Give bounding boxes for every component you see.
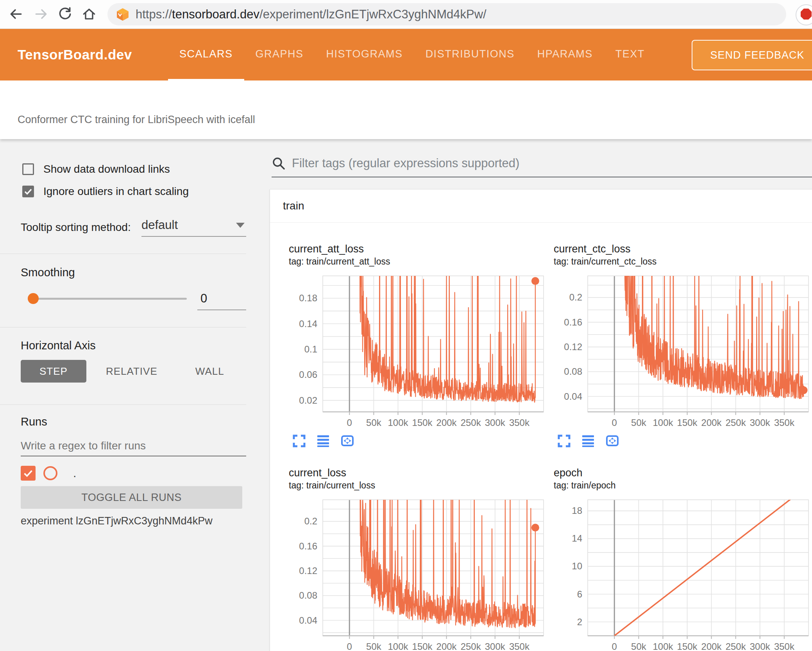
- run-checkbox[interactable]: [21, 466, 36, 481]
- sidebar-divider: [0, 254, 246, 254]
- axis-option-step[interactable]: STEP: [21, 360, 86, 383]
- refresh-button[interactable]: [57, 6, 73, 22]
- tab-histograms[interactable]: HISTOGRAMS: [315, 29, 414, 80]
- run-name: .: [73, 467, 76, 480]
- chart-card-current_att_loss: current_att_losstag: train/current_att_l…: [270, 223, 535, 447]
- x-tick-label: 300k: [485, 641, 506, 651]
- toggle-all-runs-button[interactable]: TOGGLE ALL RUNS: [21, 486, 242, 509]
- axis-option-relative[interactable]: RELATIVE: [97, 360, 167, 383]
- log-scale-lines-icon[interactable]: [581, 434, 595, 448]
- y-tick-label: 0.04: [564, 391, 582, 402]
- settings-sidebar: Show data download links Ignore outliers…: [0, 139, 254, 651]
- ignore-outliers-checkbox[interactable]: [22, 186, 34, 197]
- show-download-checkbox[interactable]: [22, 163, 34, 175]
- chart-plot-current_loss[interactable]: 0.040.080.120.160.2050k100k150k200k250k3…: [289, 492, 547, 651]
- home-button[interactable]: [81, 6, 97, 22]
- tensorboard-favicon-icon: [116, 8, 129, 21]
- y-tick-label: 0.14: [299, 318, 317, 329]
- x-tick-label: 200k: [701, 641, 722, 651]
- x-tick-label: 50k: [631, 641, 647, 651]
- y-tick-label: 0.08: [564, 366, 582, 377]
- y-tick-label: 0.1: [304, 344, 317, 354]
- y-tick-label: 0.16: [564, 317, 582, 327]
- refresh-icon: [57, 7, 72, 21]
- tab-graphs[interactable]: GRAPHS: [244, 29, 315, 80]
- check-icon: [24, 187, 32, 196]
- slider-track[interactable]: [33, 298, 187, 300]
- check-icon: [23, 468, 33, 478]
- x-tick-label: 50k: [366, 417, 382, 428]
- forward-button[interactable]: [34, 6, 49, 22]
- tooltip-sorting-select[interactable]: default: [141, 214, 246, 237]
- tab-distributions[interactable]: DISTRIBUTIONS: [414, 29, 526, 80]
- y-tick-label: 0.12: [564, 342, 582, 352]
- x-tick-label: 150k: [412, 417, 433, 428]
- smoothing-slider[interactable]: [21, 291, 193, 306]
- browser-chrome: https://tensorboard.dev/experiment/lzGnE…: [0, 0, 812, 29]
- address-bar[interactable]: https://tensorboard.dev/experiment/lzGnE…: [107, 3, 786, 25]
- x-tick-label: 0: [612, 641, 617, 651]
- url-text: https://tensorboard.dev/experiment/lzGnE…: [136, 7, 486, 21]
- chart-tag: tag: train/epoch: [554, 480, 800, 492]
- app-header: TensorBoard.dev SCALARSGRAPHSHISTOGRAMSD…: [0, 29, 812, 80]
- back-arrow-icon: [8, 7, 23, 21]
- axis-labels: 26101418050k100k150k200k250k300k350k: [572, 505, 795, 651]
- tab-hparams[interactable]: HPARAMS: [526, 29, 604, 80]
- search-icon: [272, 156, 286, 170]
- chart-plot-current_att_loss[interactable]: 0.020.060.10.140.18050k100k150k200k250k3…: [289, 268, 547, 429]
- runs-filter-input[interactable]: [21, 436, 246, 456]
- x-tick-label: 150k: [677, 417, 698, 428]
- browser-profile-avatar[interactable]: [796, 4, 812, 25]
- tooltip-sorting-label: Tooltip sorting method:: [21, 221, 131, 233]
- fit-domain-icon[interactable]: [340, 434, 354, 448]
- back-button[interactable]: [8, 6, 23, 22]
- fullscreen-icon[interactable]: [292, 434, 306, 448]
- chart-toolbar: [557, 434, 800, 448]
- x-tick-label: 350k: [509, 641, 530, 651]
- y-tick-label: 0.2: [569, 292, 582, 302]
- section-train[interactable]: train: [270, 190, 812, 223]
- axis-option-wall[interactable]: WALL: [177, 360, 243, 383]
- ignore-outliers-label: Ignore outliers in chart scaling: [43, 185, 189, 198]
- chart-tag: tag: train/current_loss: [289, 480, 535, 492]
- end-marker: [800, 386, 808, 394]
- x-tick-label: 250k: [726, 641, 746, 651]
- fit-domain-icon[interactable]: [605, 434, 619, 448]
- chart-title: current_ctc_loss: [554, 243, 800, 256]
- chart-card-current_ctc_loss: current_ctc_losstag: train/current_ctc_l…: [535, 223, 800, 447]
- x-tick-label: 0: [612, 417, 617, 428]
- chart-title: epoch: [554, 467, 800, 480]
- x-tick-label: 100k: [388, 417, 408, 428]
- chart-plot-epoch[interactable]: 26101418050k100k150k200k250k300k350k: [554, 492, 812, 651]
- experiment-subtitle: Conformer CTC training for LibriSpeech w…: [18, 114, 255, 126]
- run-color-circle-icon: [43, 466, 57, 480]
- x-tick-label: 350k: [774, 417, 795, 428]
- chart-plot-current_ctc_loss[interactable]: 0.040.080.120.160.2050k100k150k200k250k3…: [554, 268, 812, 429]
- y-tick-label: 0.04: [299, 615, 317, 626]
- smoothing-value[interactable]: 0: [197, 290, 246, 310]
- log-scale-lines-icon[interactable]: [316, 434, 330, 448]
- y-tick-label: 0.02: [299, 395, 317, 406]
- experiment-label: experiment lzGnETjwRxC3yghNMd4kPw: [21, 515, 213, 527]
- train-card: train current_att_losstag: train/current…: [270, 189, 812, 651]
- send-feedback-button[interactable]: SEND FEEDBACK: [692, 40, 812, 70]
- fullscreen-icon[interactable]: [557, 434, 571, 448]
- x-tick-label: 300k: [750, 417, 771, 428]
- y-tick-label: 18: [572, 505, 582, 516]
- tab-text[interactable]: TEXT: [604, 29, 656, 80]
- tab-scalars[interactable]: SCALARS: [168, 29, 244, 80]
- y-tick-label: 0.08: [299, 590, 317, 601]
- brand-logo: TensorBoard.dev: [18, 29, 132, 80]
- show-download-label: Show data download links: [43, 163, 170, 175]
- url-domain: tensorboard.dev: [172, 7, 259, 21]
- x-tick-label: 300k: [750, 641, 771, 651]
- chart-title: current_att_loss: [289, 243, 535, 256]
- horizontal-axis-options: STEPRELATIVEWALL: [21, 360, 253, 383]
- chart-toolbar: [292, 434, 535, 448]
- sidebar-divider: [0, 404, 246, 405]
- filter-tags-input[interactable]: [292, 156, 812, 173]
- y-tick-label: 0.16: [299, 541, 317, 551]
- tooltip-sorting-value: default: [141, 218, 178, 232]
- slider-thumb[interactable]: [28, 293, 39, 304]
- tooltip-sorting-row: Tooltip sorting method: default: [21, 216, 247, 243]
